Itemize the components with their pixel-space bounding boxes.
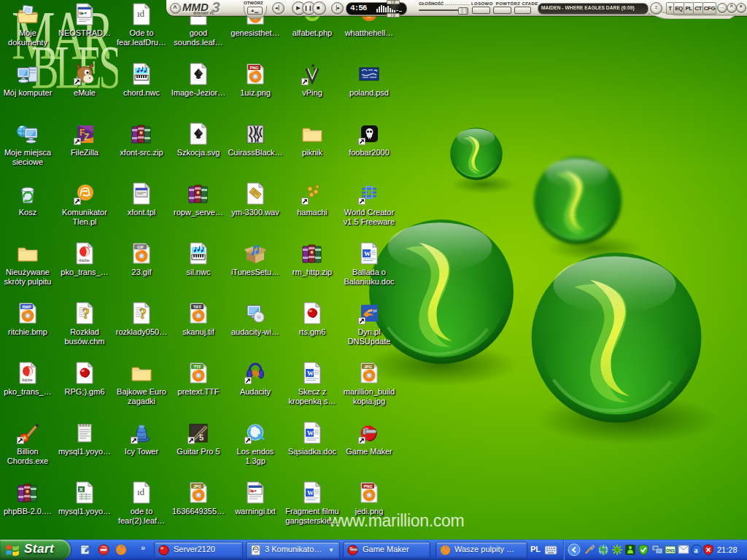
svg-text:DNS: DNS (666, 548, 675, 553)
svg-text:JPG: JPG (193, 484, 201, 489)
svg-text:GIF: GIF (137, 245, 144, 249)
svg-text:Adobe: Adobe (79, 258, 90, 262)
svg-text:9▶▼: 9▶▼ (249, 489, 257, 494)
svg-text:W: W (364, 250, 371, 257)
svg-text:PNG: PNG (364, 484, 373, 489)
svg-text:Z: Z (84, 132, 89, 142)
svg-text:ıd: ıd (137, 8, 145, 19)
svg-text:Adobe: Adobe (22, 378, 33, 382)
svg-text:ıd: ıd (137, 486, 145, 497)
svg-text:m.pl: m.pl (368, 308, 376, 313)
svg-text:9▶▼: 9▶▼ (79, 11, 88, 16)
svg-text:PNG: PNG (250, 66, 259, 70)
svg-text:JPG: JPG (364, 365, 372, 369)
svg-text:TIFF: TIFF (193, 305, 202, 309)
svg-text:X: X (80, 486, 84, 493)
svg-text:5: 5 (199, 433, 204, 442)
svg-text:?: ? (139, 306, 147, 322)
svg-text:?: ? (82, 306, 90, 322)
svg-text:BMP: BMP (22, 305, 31, 309)
svg-text:TTF: TTF (193, 365, 201, 369)
svg-text:W: W (307, 429, 314, 437)
svg-text:W: W (307, 370, 314, 377)
svg-text:W: W (307, 489, 314, 497)
svg-text:a: a (694, 546, 698, 554)
